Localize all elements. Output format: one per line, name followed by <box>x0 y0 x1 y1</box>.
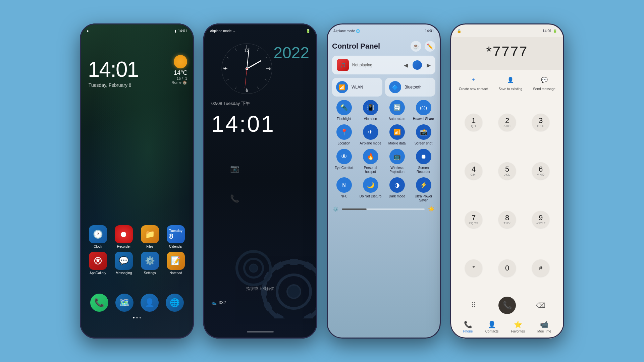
dock-maps[interactable]: 🗺️ <box>115 294 133 312</box>
num-2-key: 2 ABC <box>498 114 516 131</box>
auto-rotate-button[interactable]: 🔄 Auto-rotate <box>385 100 409 121</box>
num-2-button[interactable]: 2 ABC <box>490 98 524 146</box>
send-message-button[interactable]: 💬 Send message <box>533 74 555 91</box>
app-clock[interactable]: 🕐 Clock <box>86 225 110 248</box>
media-card: 🎵 Not playing ◀ ▶ <box>332 56 435 74</box>
bluetooth-button[interactable]: 🔷 Bluetooth <box>385 78 435 97</box>
app-recorder[interactable]: ⏺ Recorder <box>112 225 136 248</box>
phone2-battery: 🔋 <box>306 29 311 33</box>
tab-meetime-label: MeeTime <box>537 329 551 333</box>
save-existing-button[interactable]: 👤 Save to existing <box>498 74 522 91</box>
huawei-share-button[interactable]: ((·)) Huawei Share <box>412 100 435 121</box>
svg-line-9 <box>257 87 259 89</box>
app-calendar[interactable]: Tuesday 8 Calendar <box>164 225 188 248</box>
brightness-slider[interactable] <box>342 208 425 210</box>
airplane-mode-button[interactable]: ✈ Airplane mode <box>359 124 382 145</box>
tab-meetime[interactable]: 📹 MeeTime <box>537 320 551 333</box>
app-gallery-label: AppGallery <box>90 271 106 275</box>
num-4-button[interactable]: 4 GHI <box>457 146 490 195</box>
num-5-button[interactable]: 5 JKL <box>490 146 524 195</box>
dock-phone[interactable]: 📞 <box>90 294 108 312</box>
dialer-bottom-tabs: 📞 Phone 👤 Contacts ⭐ Favorites 📹 MeeTime <box>450 317 564 339</box>
dark-mode-button[interactable]: ◑ Dark mode <box>385 177 409 202</box>
screenshot-icon: 📸 <box>416 124 431 140</box>
tab-phone-label: Phone <box>463 329 473 333</box>
app-messaging[interactable]: 💬 Messaging <box>112 252 136 275</box>
num-1-button[interactable]: 1 QD <box>457 98 490 146</box>
lock-screen-time: 14:01 <box>88 57 138 82</box>
next-button[interactable]: ▶ <box>427 62 431 68</box>
dnd-button[interactable]: 🌙 Do Not Disturb <box>359 177 382 202</box>
num-6-alpha: MNO <box>537 173 545 176</box>
keypad-icon-button[interactable]: ⠿ <box>465 297 482 314</box>
tab-contacts-label: Contacts <box>485 329 498 333</box>
flashlight-button[interactable]: 🔦 Flashlight <box>332 100 356 121</box>
media-controls: ◀ ▶ <box>404 60 431 70</box>
num-0-button[interactable]: 0 <box>490 244 524 293</box>
num-star-button[interactable]: * <box>457 244 490 293</box>
screen-recorder-button[interactable]: ⏺ Screen Recorder <box>412 149 435 174</box>
num-8-button[interactable]: 8 TUV <box>490 195 524 244</box>
app-gallery[interactable]: AppGallery <box>86 252 110 275</box>
clock-digital-time: 14:01 <box>211 111 275 137</box>
weather-sun-icon <box>174 55 187 68</box>
wlan-button[interactable]: 📶 WLAN <box>332 78 382 97</box>
dialer-actions: + Create new contact 👤 Save to existing … <box>450 70 564 95</box>
screenshot-button[interactable]: 📸 Screen shot <box>412 124 435 145</box>
starbucks-icon[interactable]: ☕ <box>411 41 421 52</box>
camera-icon[interactable]: 📷 <box>230 164 239 173</box>
hotspot-button[interactable]: 🔥 Personal hotspot <box>359 149 382 174</box>
delete-button[interactable]: ⌫ <box>532 297 549 314</box>
nfc-button[interactable]: N NFC <box>332 177 356 202</box>
cp-header-icons: ☕ ✏️ <box>411 41 435 52</box>
num-8-key: 8 TUV <box>498 211 516 228</box>
hotspot-label: Personal hotspot <box>359 166 382 174</box>
eye-comfort-button[interactable]: 👁 Eye Comfort <box>332 149 356 174</box>
nfc-icon: N <box>336 177 352 193</box>
num-7-button[interactable]: 7 PQRS <box>457 195 490 244</box>
dock-browser[interactable]: 🌐 <box>166 294 184 312</box>
num-9-button[interactable]: 9 WXYZ <box>524 195 557 244</box>
wireless-projection-button[interactable]: 📺 Wireless Projection <box>385 149 409 174</box>
num-hash-digit: # <box>539 265 542 271</box>
num-3-button[interactable]: 3 DEF <box>524 98 557 146</box>
num-4-key: 4 GHI <box>465 162 482 180</box>
num-7-key: 7 PQRS <box>465 211 482 228</box>
tab-contacts[interactable]: 👤 Contacts <box>485 320 498 333</box>
mobile-data-button[interactable]: 📶 Mobile data <box>385 124 409 145</box>
dock-contacts[interactable]: 👤 <box>141 294 159 312</box>
vibration-button[interactable]: 📳 Vibration <box>359 100 382 121</box>
phone1-status-bar: ● ▮ 14:01 <box>87 27 187 34</box>
vibration-label: Vibration <box>364 117 377 121</box>
tab-favorites[interactable]: ⭐ Favorites <box>511 320 525 333</box>
brightness-control[interactable]: ⚙️ ☀️ <box>332 206 435 212</box>
ultra-power-saver-button[interactable]: ⚡ Ultra Power Saver <box>412 177 435 202</box>
app-notepad[interactable]: 📝 Notepad <box>164 252 188 275</box>
svg-point-40 <box>250 264 258 272</box>
tab-phone[interactable]: 📞 Phone <box>463 320 473 333</box>
app-settings[interactable]: ⚙️ Settings <box>138 252 162 275</box>
huawei-share-label: Huawei Share <box>413 117 434 121</box>
svg-line-12 <box>226 57 229 58</box>
location-button[interactable]: 📍 Location <box>332 124 356 145</box>
num-hash-button[interactable]: # <box>524 244 557 293</box>
app-files[interactable]: 📁 Files <box>138 225 162 248</box>
phone2-status-right: 🔋 <box>306 29 311 33</box>
cp-title: Control Panel <box>332 42 380 51</box>
num-7-alpha: PQRS <box>469 222 479 225</box>
num-4-digit: 4 <box>472 166 476 173</box>
create-contact-button[interactable]: + Create new contact <box>459 74 488 91</box>
num-6-button[interactable]: 6 MNO <box>524 146 557 195</box>
airplane-mode-label: Airplane mode → <box>210 29 236 33</box>
prev-button[interactable]: ◀ <box>404 62 408 68</box>
phone-icon-lock[interactable]: 📞 <box>230 194 239 203</box>
call-button[interactable]: 📞 <box>498 297 516 314</box>
app-calendar-label: Calendar <box>169 245 183 248</box>
num-6-digit: 6 <box>539 166 543 173</box>
edit-icon[interactable]: ✏️ <box>425 41 435 52</box>
svg-line-11 <box>226 79 229 80</box>
num-1-digit: 1 <box>472 117 476 124</box>
brightness-fill <box>342 208 367 210</box>
clock-icon: 🕐 <box>89 225 107 243</box>
dnd-icon: 🌙 <box>363 177 378 193</box>
